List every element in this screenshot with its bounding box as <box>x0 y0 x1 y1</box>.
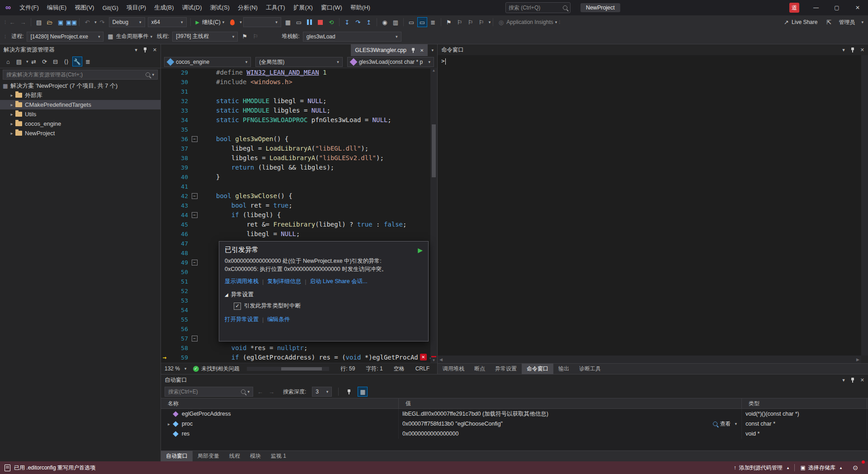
pin-icon[interactable] <box>344 387 354 397</box>
fold-margin[interactable] <box>190 153 199 163</box>
command-horizontal-scrollbar[interactable]: ◀ ▶ <box>438 356 861 363</box>
exception-settings-link[interactable]: 打开异常设置 <box>225 316 259 323</box>
fold-margin[interactable] <box>190 182 199 191</box>
exception-action-link[interactable]: 启动 Live Share 会话... <box>310 278 368 285</box>
pin-icon[interactable] <box>142 47 148 53</box>
fold-margin[interactable] <box>190 324 199 334</box>
fold-margin[interactable] <box>190 125 199 134</box>
indent-mode-indicator[interactable]: 空格 <box>390 365 409 373</box>
breakpoint-margin[interactable] <box>161 210 168 220</box>
nav-scope-combo[interactable]: (全局范围)▾ <box>255 57 342 67</box>
breakpoint-margin[interactable] <box>161 153 168 163</box>
breakpoint-margin[interactable] <box>161 125 168 134</box>
close-icon[interactable]: ✕ <box>420 48 424 53</box>
breakpoint-margin[interactable] <box>161 296 168 305</box>
breakpoint-margin[interactable] <box>161 68 168 77</box>
step-into-icon[interactable]: ↧ <box>342 17 352 27</box>
navigate-back-icon[interactable]: ← <box>7 17 17 27</box>
pin-icon[interactable] <box>849 47 856 53</box>
scroll-up-icon[interactable]: ▲ <box>430 68 437 72</box>
refresh-icon[interactable]: ⟳ <box>40 57 50 66</box>
fold-margin[interactable] <box>190 96 199 106</box>
nav-member-combo[interactable]: gles3wLoad(const char * p▾ <box>347 57 434 67</box>
breakpoint-margin[interactable] <box>161 229 168 239</box>
bookmark-icon[interactable]: ⚑ <box>444 17 454 27</box>
process-combo[interactable]: [14280] NewProject.exe▾ <box>27 32 104 42</box>
breakpoint-margin[interactable] <box>161 239 168 248</box>
properties-icon[interactable]: ≣ <box>83 57 93 66</box>
maximize-button[interactable]: ▢ <box>826 0 847 15</box>
application-insights-icon[interactable]: ◎ <box>496 17 506 27</box>
fold-margin[interactable] <box>190 106 199 115</box>
menu-item[interactable]: 帮助(H) <box>346 0 374 15</box>
breakpoint-margin[interactable] <box>161 324 168 334</box>
bookmark-next-icon[interactable]: ⚐ <box>466 17 476 27</box>
menu-item[interactable]: 文件(F) <box>15 0 43 15</box>
fold-margin[interactable]: − <box>190 191 199 201</box>
breakpoint-margin[interactable] <box>161 315 168 324</box>
toolbar-target-combo[interactable]: ▾ <box>243 17 281 27</box>
search-prev-icon[interactable]: ← <box>256 389 264 395</box>
select-repository-button[interactable]: ▣ 选择存储库 ▴ <box>795 461 847 474</box>
close-icon[interactable]: ✕ <box>153 47 157 53</box>
chevron-right-icon[interactable]: ▸ <box>8 121 15 126</box>
user-avatar[interactable]: 道 <box>789 3 799 13</box>
panel-tab[interactable]: 线程 <box>224 451 245 461</box>
breakpoint-margin[interactable] <box>161 201 168 210</box>
fold-collapse-icon[interactable]: − <box>192 336 198 341</box>
exception-action-link[interactable]: 显示调用堆栈 <box>225 278 259 285</box>
collapse-all-icon[interactable]: ⊟ <box>51 57 61 66</box>
thread-combo[interactable]: [3976] 主线程▾ <box>172 32 238 42</box>
breakpoint-margin[interactable] <box>161 334 168 343</box>
lifecycle-events-label[interactable]: 生命周期事件 <box>116 33 148 40</box>
breakpoint-margin[interactable] <box>161 305 168 315</box>
continue-button[interactable]: ▶ 继续(C) ▾ <box>193 19 227 26</box>
panel-tab[interactable]: 断点 <box>469 364 490 374</box>
breakpoint-margin[interactable] <box>161 286 168 296</box>
wrench-icon[interactable]: 🔧 <box>72 57 82 66</box>
events-icon[interactable]: ▥ <box>391 17 401 27</box>
admin-mode-label[interactable]: 管理员 <box>839 19 855 26</box>
chevron-right-icon[interactable]: ▸ <box>8 93 15 98</box>
editor-horizontal-scrollbar[interactable] <box>247 367 330 371</box>
screen-icon[interactable]: ▭ <box>294 17 304 27</box>
solution-platform-combo[interactable]: x64▾ <box>148 17 187 27</box>
fold-margin[interactable] <box>190 248 199 258</box>
fold-margin[interactable]: − <box>190 334 199 343</box>
tree-item[interactable]: ▸外部库 <box>0 90 160 100</box>
restart-icon[interactable]: ⟲ <box>326 17 336 27</box>
list-menu-icon[interactable]: ≣ <box>428 17 438 27</box>
panel-tab[interactable]: 输出 <box>553 364 574 374</box>
menu-item[interactable]: 测试(S) <box>206 0 234 15</box>
column-header[interactable]: 名称 <box>161 398 399 408</box>
fold-margin[interactable]: − <box>190 134 199 144</box>
menu-item[interactable]: Git(G) <box>98 0 122 15</box>
panel-tab[interactable]: 监视 1 <box>266 451 291 461</box>
application-insights-caret-icon[interactable]: ▾ <box>555 20 557 24</box>
flag-icon[interactable]: ⚑ <box>240 32 250 42</box>
nav-project-combo[interactable]: cocos_engine▾ <box>164 57 251 67</box>
editor-vertical-scrollbar[interactable]: ▲ ▼ <box>430 68 437 363</box>
fold-margin[interactable] <box>190 201 199 210</box>
health-check-icon[interactable]: ✓ <box>193 366 199 372</box>
fold-margin[interactable] <box>190 68 199 77</box>
stack-frame-combo[interactable]: gles3wLoad▾ <box>303 32 401 42</box>
breakpoint-margin[interactable] <box>161 277 168 286</box>
search-next-icon[interactable]: → <box>267 389 276 395</box>
lifecycle-caret-icon[interactable]: ▾ <box>150 34 152 39</box>
undo-icon[interactable]: ↶ <box>82 17 92 27</box>
fold-margin[interactable] <box>190 267 199 277</box>
fold-margin[interactable] <box>190 286 199 296</box>
fold-margin[interactable] <box>190 77 199 87</box>
fold-margin[interactable] <box>190 115 199 125</box>
panel-tab[interactable]: 命令窗口 <box>522 364 553 374</box>
solution-explorer-title-bar[interactable]: 解决方案资源管理器 ▾ ✕ <box>0 44 160 55</box>
breakpoint-margin[interactable] <box>161 248 168 258</box>
fold-collapse-icon[interactable]: − <box>192 260 198 265</box>
stop-debugging-icon[interactable] <box>316 17 326 27</box>
fold-margin[interactable] <box>190 277 199 286</box>
menu-item[interactable]: 视图(V) <box>71 0 98 15</box>
exception-action-link[interactable]: 复制详细信息 <box>267 278 301 285</box>
column-header[interactable]: 值 <box>399 398 742 408</box>
live-share-label[interactable]: Live Share <box>792 19 817 25</box>
